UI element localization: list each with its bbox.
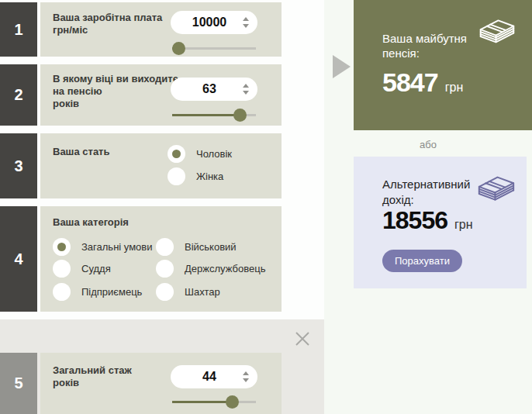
banknotes-icon <box>478 17 516 48</box>
alternative-currency: грн <box>454 218 473 232</box>
arrow-right-icon <box>333 55 351 78</box>
experience-slider[interactable] <box>172 395 256 409</box>
gender-label: Ваша стать <box>53 146 109 158</box>
radio-circle[interactable] <box>53 238 71 256</box>
radio-miner[interactable]: Шахтар <box>156 283 220 301</box>
experience-overlay: 5 Загальний стаж років <box>0 319 324 414</box>
section-experience: 5 Загальний стаж років <box>0 353 282 414</box>
radio-military[interactable]: Військовий <box>156 238 237 256</box>
close-icon[interactable] <box>292 329 313 349</box>
spinner-arrows[interactable] <box>242 83 249 95</box>
salary-label: Ваша заробітна плата грн/міс <box>53 12 162 36</box>
salary-slider[interactable] <box>172 42 256 55</box>
step-number-3: 3 <box>0 133 37 198</box>
radio-female-label[interactable]: Жінка <box>196 171 223 182</box>
pension-amount: 5847 <box>382 67 438 98</box>
slider-fill <box>172 114 240 116</box>
chevron-up-icon[interactable] <box>243 371 249 375</box>
radio-circle[interactable] <box>156 260 174 278</box>
slider-fill <box>172 401 232 403</box>
chevron-down-icon[interactable] <box>243 91 249 95</box>
category-label: Ваша категорія <box>53 216 129 229</box>
radio-civil-servant[interactable]: Держслужбовець <box>156 260 265 278</box>
step-number-5: 5 <box>0 353 37 414</box>
section-retirement-age: 2 В якому віці ви виходите на пенсію рок… <box>0 64 282 126</box>
alternative-amount: 18556 <box>382 206 447 235</box>
or-separator: або <box>324 139 532 150</box>
section-gender: 3 Ваша стать Чоловік Жінка <box>0 133 282 198</box>
section-salary: 1 Ваша заробітна плата грн/міс <box>0 2 282 57</box>
alternative-income-title: Альтернативний дохід: <box>382 177 470 208</box>
slider-thumb[interactable] <box>233 109 247 122</box>
experience-spinner[interactable] <box>171 365 257 388</box>
calculate-button[interactable]: Порахувати <box>382 250 462 272</box>
salary-input[interactable] <box>178 11 240 34</box>
spinner-arrows[interactable] <box>242 371 249 383</box>
age-spinner[interactable] <box>171 78 257 101</box>
radio-female[interactable]: Жінка <box>168 167 223 185</box>
step-number-2: 2 <box>0 64 37 126</box>
radio-circle[interactable] <box>53 283 71 301</box>
chevron-down-icon[interactable] <box>243 378 249 382</box>
chevron-up-icon[interactable] <box>243 84 249 88</box>
banknotes-icon <box>476 174 516 206</box>
pension-value: 5847 грн <box>382 67 463 98</box>
step-number-4: 4 <box>0 206 37 312</box>
chevron-up-icon[interactable] <box>243 17 249 21</box>
chevron-down-icon[interactable] <box>243 24 249 28</box>
slider-thumb[interactable] <box>226 395 239 409</box>
age-slider[interactable] <box>172 109 256 122</box>
section-gender-panel: Ваша стать Чоловік Жінка <box>40 133 282 198</box>
spinner-arrows[interactable] <box>242 16 249 29</box>
alternative-income-value: 18556 грн <box>382 206 473 235</box>
age-input[interactable] <box>178 78 240 101</box>
experience-input[interactable] <box>178 365 240 388</box>
experience-label: Загальний стаж років <box>53 364 132 389</box>
radio-circle[interactable] <box>156 283 174 301</box>
radio-entrepreneur[interactable]: Підприємець <box>53 283 142 301</box>
radio-circle[interactable] <box>168 145 185 163</box>
pension-result-card: Ваша майбутня пенсія: 5847 грн <box>354 0 532 130</box>
alternative-income-card: Альтернативний дохід: 18556 грн Порахува… <box>354 157 527 288</box>
radio-judge[interactable]: Суддя <box>53 260 111 278</box>
radio-circle[interactable] <box>168 167 185 185</box>
section-category: 4 Ваша категорія Загальні умови Військов… <box>0 206 282 312</box>
radio-circle[interactable] <box>156 238 174 256</box>
salary-spinner[interactable] <box>171 11 257 34</box>
radio-male-label[interactable]: Чоловік <box>196 148 232 160</box>
step-number-1: 1 <box>0 2 37 57</box>
radio-male[interactable]: Чоловік <box>168 145 232 163</box>
radio-general[interactable]: Загальні умови <box>53 238 153 256</box>
pension-title: Ваша майбутня пенсія: <box>382 31 467 60</box>
radio-circle[interactable] <box>53 260 71 278</box>
slider-thumb[interactable] <box>172 42 185 55</box>
pension-currency: грн <box>445 81 464 95</box>
section-age-panel: В якому віці ви виходите на пенсію років <box>40 64 282 126</box>
age-label: В якому віці ви виходите на пенсію років <box>53 73 178 110</box>
section-salary-panel: Ваша заробітна плата грн/міс <box>40 2 282 57</box>
section-category-panel: Ваша категорія Загальні умови Військовий… <box>40 206 282 312</box>
section-experience-panel: Загальний стаж років <box>40 353 282 414</box>
